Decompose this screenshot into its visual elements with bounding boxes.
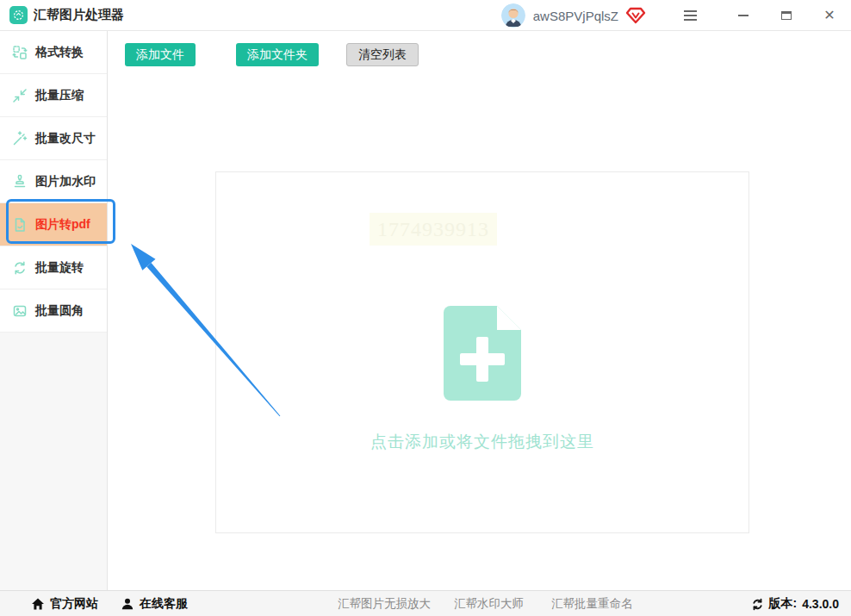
- add-folder-button[interactable]: 添加文件夹: [236, 43, 319, 66]
- related-product-link[interactable]: 汇帮图片无损放大: [338, 591, 431, 616]
- close-icon: ✕: [823, 9, 835, 22]
- sidebar-item-batch-rotate[interactable]: 批量旋转: [0, 246, 107, 289]
- person-icon: [121, 597, 134, 611]
- image-to-pdf-icon: [12, 217, 28, 233]
- dropzone-hint: 点击添加或将文件拖拽到这里: [216, 431, 749, 453]
- app-logo-icon: [9, 6, 28, 24]
- version-info: 版本: 4.3.0.0: [751, 591, 840, 616]
- menu-icon[interactable]: [668, 0, 711, 31]
- sidebar-item-batch-compress[interactable]: 批量压缩: [0, 74, 107, 117]
- maximize-button[interactable]: [765, 0, 808, 31]
- related-product-link[interactable]: 汇帮水印大师: [454, 591, 524, 616]
- file-dropzone[interactable]: 1774939913 点击添加或将文件拖拽到这里: [215, 171, 749, 533]
- minimize-button[interactable]: [722, 0, 765, 31]
- close-button[interactable]: ✕: [808, 0, 851, 31]
- batch-compress-icon: [12, 88, 28, 103]
- batch-rounded-corners-icon: [12, 303, 28, 319]
- home-icon: [31, 597, 45, 611]
- sidebar: 格式转换 批量压缩 批量改尺: [0, 31, 108, 590]
- sidebar-item-label: 图片转pdf: [35, 217, 90, 233]
- format-convert-icon: [12, 45, 28, 60]
- sidebar-item-label: 批量旋转: [35, 260, 84, 276]
- sidebar-item-image-to-pdf[interactable]: 图片转pdf: [0, 203, 107, 246]
- sidebar-item-label: 批量压缩: [35, 88, 84, 103]
- status-bar: 官方网站 在线客服 汇帮图片无损放大 汇帮水印大师 汇帮批量重命名 版本:: [0, 590, 851, 616]
- official-site-link[interactable]: 官方网站: [31, 591, 98, 616]
- username-label: awS8PVjPqlsZ: [533, 9, 618, 23]
- app-window: 汇帮图片处理器 awS8PVjPqlsZ: [0, 0, 851, 616]
- related-product-link[interactable]: 汇帮批量重命名: [551, 591, 633, 616]
- app-title: 汇帮图片处理器: [34, 7, 124, 23]
- batch-rotate-icon: [12, 260, 28, 276]
- batch-resize-icon: [12, 131, 28, 146]
- version-label: 版本:: [769, 596, 798, 612]
- online-service-link[interactable]: 在线客服: [121, 591, 188, 616]
- watermark-text: 1774939913: [370, 213, 497, 246]
- title-bar: 汇帮图片处理器 awS8PVjPqlsZ: [0, 0, 851, 31]
- sidebar-item-watermark[interactable]: 图片加水印: [0, 160, 107, 203]
- sidebar-item-label: 批量改尺寸: [35, 131, 96, 146]
- sidebar-item-label: 图片加水印: [35, 174, 96, 190]
- main-panel: 添加文件 添加文件夹 清空列表 1774939913 点击添加或将文件拖拽到这里: [108, 31, 851, 590]
- toolbar: 添加文件 添加文件夹 清空列表: [108, 43, 419, 66]
- user-avatar[interactable]: [501, 3, 525, 28]
- sidebar-item-label: 格式转换: [35, 45, 84, 60]
- refresh-icon[interactable]: [751, 598, 764, 611]
- add-file-icon: [444, 306, 521, 404]
- vip-badge-icon[interactable]: [625, 5, 646, 26]
- sidebar-item-batch-resize[interactable]: 批量改尺寸: [0, 117, 107, 160]
- sidebar-item-batch-rounded-corners[interactable]: 批量圆角: [0, 289, 107, 333]
- watermark-icon: [12, 174, 28, 190]
- sidebar-item-label: 批量圆角: [35, 303, 84, 319]
- version-value: 4.3.0.0: [802, 597, 839, 611]
- add-files-button[interactable]: 添加文件: [125, 43, 196, 66]
- clear-list-button[interactable]: 清空列表: [346, 43, 419, 66]
- sidebar-item-format-convert[interactable]: 格式转换: [0, 31, 107, 74]
